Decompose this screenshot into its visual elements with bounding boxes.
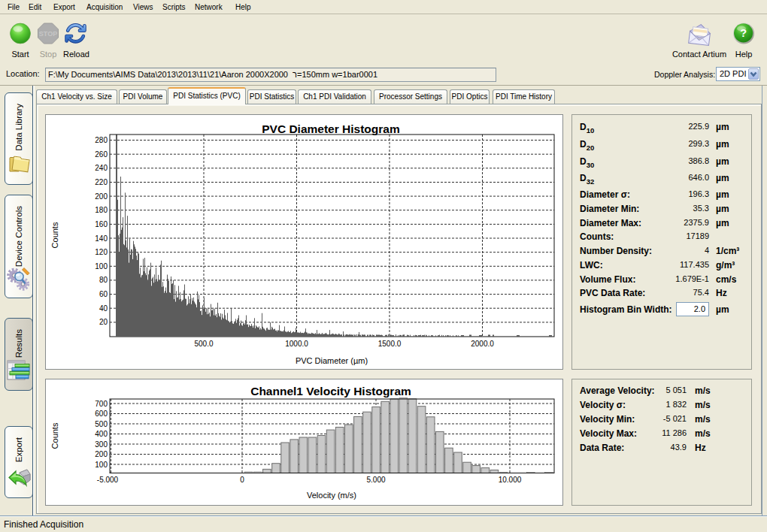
svg-text:Channel1 Velocity Histogram: Channel1 Velocity Histogram <box>250 385 411 397</box>
svg-text:200: 200 <box>95 192 108 201</box>
svg-text:260: 260 <box>95 150 108 159</box>
svg-text:100: 100 <box>95 262 108 271</box>
svg-text:160: 160 <box>95 220 108 228</box>
svg-text:Counts: Counts <box>50 222 59 248</box>
svg-text:-5.000: -5.000 <box>97 476 119 484</box>
svg-text:1500.0: 1500.0 <box>378 340 402 348</box>
svg-text:80: 80 <box>99 276 108 284</box>
svg-text:20: 20 <box>99 318 108 326</box>
svg-text:700: 700 <box>95 400 108 408</box>
svg-text:0: 0 <box>240 476 244 484</box>
svg-text:180: 180 <box>95 206 108 214</box>
svg-text:120: 120 <box>95 248 108 256</box>
svg-text:500: 500 <box>95 420 108 428</box>
svg-text:100: 100 <box>95 461 108 469</box>
svg-text:STOP: STOP <box>39 30 57 38</box>
svg-text:1000.0: 1000.0 <box>285 340 308 348</box>
svg-text:40: 40 <box>99 304 108 313</box>
svg-text:140: 140 <box>95 234 108 243</box>
svg-text:400: 400 <box>95 430 108 438</box>
svg-text:PVC Diameter Histogram: PVC Diameter Histogram <box>262 122 399 135</box>
svg-text:200: 200 <box>95 450 108 458</box>
svg-text:5.000: 5.000 <box>366 476 385 484</box>
svg-text:600: 600 <box>95 410 108 418</box>
svg-text:Counts: Counts <box>50 422 59 449</box>
svg-text:2000.0: 2000.0 <box>471 340 494 348</box>
svg-text:280: 280 <box>95 136 108 144</box>
svg-text:Velocity (m/s): Velocity (m/s) <box>307 491 356 500</box>
svg-text:PVC Diameter (µm): PVC Diameter (µm) <box>296 356 368 365</box>
svg-text:60: 60 <box>99 290 108 298</box>
svg-text:10.000: 10.000 <box>499 476 522 484</box>
svg-text:300: 300 <box>95 440 108 449</box>
svg-text:500.0: 500.0 <box>194 340 213 348</box>
svg-text:?: ? <box>740 27 747 39</box>
svg-text:220: 220 <box>95 178 108 186</box>
svg-text:240: 240 <box>95 164 108 172</box>
